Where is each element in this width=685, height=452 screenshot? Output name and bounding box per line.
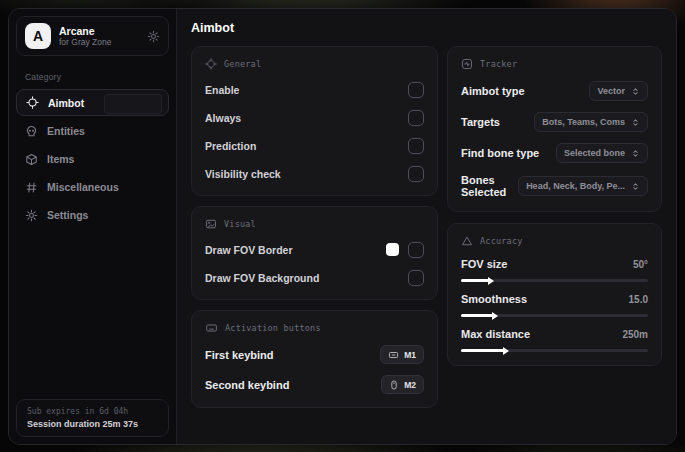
- visual-card: Visual Draw FOV Border Draw FOV Backgrou…: [191, 206, 438, 300]
- card-title: Tracker: [480, 59, 517, 69]
- activity-icon: [461, 58, 473, 70]
- sidebar-item-entities[interactable]: Entities: [9, 117, 176, 145]
- select-value: Head, Neck, Body, Pe...: [526, 181, 625, 191]
- keybind-value: M2: [404, 380, 416, 390]
- smoothness-slider-group: Smoothness 15.0: [461, 293, 648, 317]
- setting-label: Targets: [461, 116, 500, 128]
- setting-row-enable: Enable: [205, 81, 424, 98]
- desktop-background: A Arcane for Gray Zone Category: [0, 0, 685, 452]
- app-subtitle: for Gray Zone: [59, 37, 111, 47]
- cube-icon: [25, 153, 38, 166]
- select-value: Bots, Teams, Coms: [542, 117, 625, 127]
- setting-label: Draw FOV Background: [205, 272, 319, 284]
- setting-label: Enable: [205, 84, 239, 96]
- crosshair-icon: [26, 96, 39, 109]
- app-title-block: Arcane for Gray Zone: [59, 25, 111, 48]
- keybind-value: M1: [404, 350, 416, 360]
- max-distance-slider-group: Max distance 250m: [461, 328, 648, 352]
- slider-label: Smoothness: [461, 293, 527, 305]
- fov-size-slider-group: FOV size 50°: [461, 258, 648, 282]
- max-distance-slider[interactable]: [461, 349, 648, 352]
- setting-label: Always: [205, 112, 241, 124]
- tracker-card: Tracker Aimbot type Vector: [447, 46, 662, 212]
- bones-selected-select[interactable]: Head, Neck, Body, Pe...: [518, 176, 648, 196]
- slider-label: Max distance: [461, 328, 530, 340]
- second-keybind-button[interactable]: M2: [381, 375, 424, 394]
- always-checkbox[interactable]: [408, 110, 424, 126]
- setting-label: Second keybind: [205, 379, 289, 391]
- left-column: General Enable Always Prediction: [191, 46, 438, 408]
- keyboard-icon: [388, 350, 399, 360]
- subscription-box: Sub expires in 6d 04h Session duration 2…: [16, 399, 169, 437]
- right-column: Tracker Aimbot type Vector: [447, 46, 662, 366]
- gear-icon: [25, 209, 38, 222]
- card-title: Activation buttons: [225, 323, 321, 333]
- image-icon: [205, 218, 217, 230]
- chevrons-up-down-icon: [631, 86, 640, 97]
- sidebar-item-miscellaneous[interactable]: Miscellaneous: [9, 173, 176, 201]
- slider-fill: [461, 314, 493, 317]
- setting-label: Bones Selected: [461, 174, 518, 198]
- card-title: General: [224, 59, 261, 69]
- app-name: Arcane: [59, 25, 111, 38]
- setting-label: Visibility check: [205, 168, 281, 180]
- draw-fov-background-checkbox[interactable]: [408, 270, 424, 286]
- smoothness-slider[interactable]: [461, 314, 648, 317]
- sidebar-item-items[interactable]: Items: [9, 145, 176, 173]
- skull-icon: [25, 125, 38, 138]
- sub-expires-text: Sub expires in 6d 04h: [27, 407, 158, 416]
- enable-checkbox[interactable]: [408, 82, 424, 98]
- setting-label: Prediction: [205, 140, 256, 152]
- setting-label: Draw FOV Border: [205, 244, 293, 256]
- slider-fill: [461, 279, 489, 282]
- session-duration-text: Session duration 25m 37s: [27, 419, 158, 429]
- setting-row-aimbot-type: Aimbot type Vector: [461, 81, 648, 101]
- prediction-checkbox[interactable]: [408, 138, 424, 154]
- fov-border-color-swatch[interactable]: [386, 243, 399, 256]
- sidebar-item-settings[interactable]: Settings: [9, 201, 176, 229]
- slider-fill: [461, 349, 504, 352]
- chevrons-up-down-icon: [631, 117, 640, 128]
- select-value: Selected bone: [564, 148, 625, 158]
- sidebar-nav: Aimbot Entities: [9, 89, 176, 229]
- targets-select[interactable]: Bots, Teams, Coms: [534, 112, 648, 132]
- app-logo: A: [25, 23, 51, 49]
- sidebar-item-label: Aimbot: [48, 97, 84, 109]
- gear-icon[interactable]: [147, 30, 160, 43]
- setting-row-targets: Targets Bots, Teams, Coms: [461, 112, 648, 132]
- visibility-check-checkbox[interactable]: [408, 166, 424, 182]
- fov-size-slider[interactable]: [461, 279, 648, 282]
- setting-label: Aimbot type: [461, 85, 525, 97]
- setting-label: First keybind: [205, 349, 273, 361]
- setting-row-visibility-check: Visibility check: [205, 165, 424, 182]
- setting-label: Find bone type: [461, 147, 539, 159]
- card-title: Visual: [224, 219, 256, 229]
- sidebar-item-label: Miscellaneous: [47, 181, 119, 193]
- draw-fov-border-checkbox[interactable]: [408, 242, 424, 258]
- setting-row-bones-selected: Bones Selected Head, Neck, Body, Pe...: [461, 174, 648, 198]
- aimbot-type-select[interactable]: Vector: [589, 81, 648, 101]
- slider-label: FOV size: [461, 258, 507, 270]
- sidebar-item-label: Items: [47, 153, 74, 165]
- hash-icon: [25, 181, 38, 194]
- general-card: General Enable Always Prediction: [191, 46, 438, 196]
- setting-row-prediction: Prediction: [205, 137, 424, 154]
- mouse-icon: [389, 380, 399, 390]
- sidebar-item-aimbot[interactable]: Aimbot: [16, 89, 169, 116]
- slider-value: 250m: [622, 329, 648, 340]
- setting-row-draw-fov-background: Draw FOV Background: [205, 269, 424, 286]
- slider-value: 15.0: [629, 294, 648, 305]
- chevrons-up-down-icon: [631, 148, 640, 159]
- setting-row-first-keybind: First keybind M1: [205, 345, 424, 364]
- setting-row-second-keybind: Second keybind M2: [205, 375, 424, 394]
- crosshair-icon: [205, 58, 217, 70]
- find-bone-type-select[interactable]: Selected bone: [556, 143, 648, 163]
- setting-row-always: Always: [205, 109, 424, 126]
- first-keybind-button[interactable]: M1: [380, 345, 424, 364]
- activation-buttons-card: Activation buttons First keybind M1: [191, 310, 438, 408]
- main-panel: Aimbot General: [177, 9, 676, 444]
- category-label: Category: [9, 63, 176, 89]
- sidebar: A Arcane for Gray Zone Category: [9, 9, 177, 444]
- setting-row-find-bone-type: Find bone type Selected bone: [461, 143, 648, 163]
- accuracy-card: Accuracy FOV size 50°: [447, 223, 662, 366]
